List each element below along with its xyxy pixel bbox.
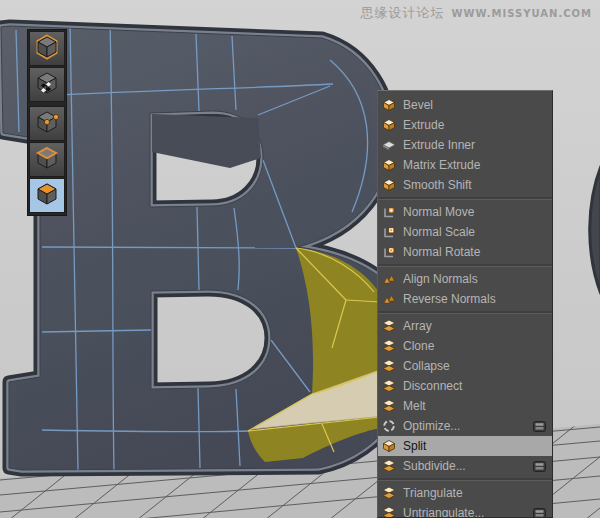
menu-item-label: Split bbox=[403, 439, 546, 453]
untriangulate-icon bbox=[382, 506, 396, 518]
menu-item-smooth-shift[interactable]: Smooth Shift bbox=[378, 175, 552, 195]
menu-item-label: Subdivide... bbox=[403, 459, 526, 473]
menu-item-label: Smooth Shift bbox=[403, 178, 546, 192]
menu-item-label: Optimize... bbox=[403, 419, 526, 433]
optimize-icon bbox=[382, 419, 396, 433]
menu-item-label: Reverse Normals bbox=[403, 292, 546, 306]
menu-item-extrude-inner[interactable]: Extrude Inner bbox=[378, 135, 552, 155]
menu-separator bbox=[378, 264, 552, 267]
menu-item-collapse[interactable]: Collapse bbox=[378, 356, 552, 376]
polygons-mode-button[interactable] bbox=[29, 178, 65, 213]
clone-icon bbox=[382, 339, 396, 353]
menu-item-matrix-extrude[interactable]: Matrix Extrude bbox=[378, 155, 552, 175]
texture-mode-button[interactable] bbox=[29, 67, 65, 102]
polygon-context-menu: Bevel Extrude Extrude Inner Matrix Extru… bbox=[377, 90, 553, 518]
points-mode-button[interactable] bbox=[29, 106, 65, 141]
triangulate-icon bbox=[382, 486, 396, 500]
extrude-icon bbox=[382, 118, 396, 132]
bevel-icon bbox=[382, 98, 396, 112]
cube-checker-icon bbox=[34, 69, 60, 100]
menu-item-reverse-normals[interactable]: Reverse Normals bbox=[378, 289, 552, 309]
subdivide-icon bbox=[382, 459, 396, 473]
array-icon bbox=[382, 319, 396, 333]
menu-item-label: Extrude bbox=[403, 118, 546, 132]
menu-item-label: Disconnect bbox=[403, 379, 546, 393]
watermark-site-url: WWW.MISSYUAN.COM bbox=[452, 8, 592, 19]
menu-item-clone[interactable]: Clone bbox=[378, 336, 552, 356]
menu-item-label: Array bbox=[403, 319, 546, 333]
model-mode-button[interactable] bbox=[29, 31, 65, 66]
reverse-normals-icon bbox=[382, 292, 396, 306]
cube-polygons-icon bbox=[34, 180, 60, 211]
options-window-icon[interactable] bbox=[533, 421, 546, 432]
extrude-inner-icon bbox=[382, 138, 396, 152]
menu-item-triangulate[interactable]: Triangulate bbox=[378, 483, 552, 503]
menu-item-label: Clone bbox=[403, 339, 546, 353]
normal-scale-icon bbox=[382, 225, 396, 239]
menu-separator bbox=[378, 478, 552, 481]
menu-item-label: Triangulate bbox=[403, 486, 546, 500]
normal-rotate-icon bbox=[382, 245, 396, 259]
menu-item-normal-scale[interactable]: Normal Scale bbox=[378, 222, 552, 242]
watermark-site-name: 思缘设计论坛 bbox=[361, 4, 445, 22]
smooth-shift-icon bbox=[382, 178, 396, 192]
menu-item-label: Align Normals bbox=[403, 272, 546, 286]
menu-item-normal-rotate[interactable]: Normal Rotate bbox=[378, 242, 552, 262]
options-window-icon[interactable] bbox=[533, 508, 546, 518]
menu-item-label: Bevel bbox=[403, 98, 546, 112]
matrix-extrude-icon bbox=[382, 158, 396, 172]
menu-item-disconnect[interactable]: Disconnect bbox=[378, 376, 552, 396]
melt-icon bbox=[382, 399, 396, 413]
menu-item-array[interactable]: Array bbox=[378, 316, 552, 336]
menu-item-untriangulate[interactable]: Untriangulate... bbox=[378, 503, 552, 518]
menu-item-label: Untriangulate... bbox=[403, 506, 526, 518]
menu-item-melt[interactable]: Melt bbox=[378, 396, 552, 416]
menu-item-label: Matrix Extrude bbox=[403, 158, 546, 172]
menu-separator bbox=[378, 197, 552, 200]
normal-move-icon bbox=[382, 205, 396, 219]
align-normals-icon bbox=[382, 272, 396, 286]
menu-item-label: Normal Scale bbox=[403, 225, 546, 239]
split-icon bbox=[382, 439, 396, 453]
cube-edges-icon bbox=[34, 144, 60, 175]
menu-item-optimize[interactable]: Optimize... bbox=[378, 416, 552, 436]
menu-separator bbox=[378, 311, 552, 314]
menu-item-label: Collapse bbox=[403, 359, 546, 373]
options-window-icon[interactable] bbox=[533, 461, 546, 472]
menu-item-extrude[interactable]: Extrude bbox=[378, 115, 552, 135]
disconnect-icon bbox=[382, 379, 396, 393]
menu-item-subdivide[interactable]: Subdivide... bbox=[378, 456, 552, 476]
menu-item-align-normals[interactable]: Align Normals bbox=[378, 269, 552, 289]
menu-item-label: Normal Rotate bbox=[403, 245, 546, 259]
menu-item-split[interactable]: Split bbox=[378, 436, 552, 456]
menu-item-label: Normal Move bbox=[403, 205, 546, 219]
watermark: 思缘设计论坛 WWW.MISSYUAN.COM bbox=[361, 4, 592, 22]
menu-item-label: Melt bbox=[403, 399, 546, 413]
edges-mode-button[interactable] bbox=[29, 142, 65, 177]
mode-toolbar bbox=[27, 29, 67, 216]
collapse-icon bbox=[382, 359, 396, 373]
menu-item-bevel[interactable]: Bevel bbox=[378, 95, 552, 115]
menu-item-label: Extrude Inner bbox=[403, 138, 546, 152]
cube-points-icon bbox=[34, 108, 60, 139]
menu-item-normal-move[interactable]: Normal Move bbox=[378, 202, 552, 222]
cube-outline-icon bbox=[34, 33, 60, 64]
